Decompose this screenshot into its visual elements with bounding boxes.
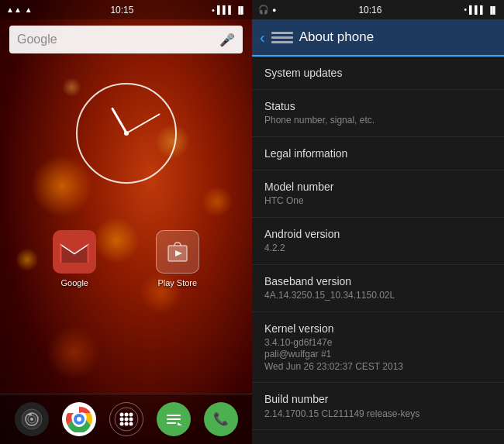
dock-camera-icon[interactable] [15, 402, 49, 436]
settings-item-model[interactable]: Model number HTC One [252, 170, 504, 218]
time-display-left: 10:15 [110, 5, 133, 15]
svg-rect-25 [167, 415, 181, 416]
svg-point-18 [119, 418, 123, 422]
svg-point-23 [129, 422, 133, 426]
menu-line-2 [271, 36, 293, 39]
chrome-svg [66, 406, 92, 432]
svg-rect-26 [167, 418, 181, 420]
svg-point-16 [124, 413, 128, 417]
settings-item-android-title: Android version [264, 227, 492, 241]
notification-icon: ● [272, 6, 276, 14]
wifi-icon: ▲ [25, 5, 33, 14]
svg-rect-27 [167, 422, 176, 424]
svg-rect-1 [60, 244, 62, 263]
playstore-svg [165, 239, 190, 264]
settings-item-android[interactable]: Android version 4.2.2 [252, 218, 504, 265]
settings-item-kernel[interactable]: Kernel version 3.4.10-gd6f147e pali@wulf… [252, 312, 504, 384]
menu-line-3 [271, 41, 293, 43]
wifi-icon-right: ▌▌▌ [469, 5, 485, 14]
settings-item-system-updates[interactable]: System updates [252, 57, 504, 90]
settings-item-baseband[interactable]: Baseband version 4A.14.3250.15_10.34.115… [252, 265, 504, 312]
svg-point-17 [129, 413, 133, 417]
settings-item-model-title: Model number [264, 180, 492, 194]
settings-item-build[interactable]: Build number 2.14.1700.15 CL211149 relea… [252, 383, 504, 430]
settings-item-build-title: Build number [264, 392, 492, 406]
time-display-right: 10:16 [358, 5, 381, 15]
bokeh-7 [47, 325, 101, 380]
google-search-label: Google [17, 33, 57, 46]
minute-hand [126, 113, 160, 134]
back-button[interactable]: ‹ [260, 29, 265, 46]
phone-svg: 📞 [208, 406, 234, 432]
bluetooth-icon-left: • [212, 5, 215, 15]
settings-item-build-subtitle: 2.14.1700.15 CL211149 release-keys [264, 408, 492, 421]
status-bar-left: ▲▲ ▲ 10:15 • ▌▌▌ ▐▌ [0, 0, 252, 19]
svg-point-20 [129, 418, 133, 422]
svg-rect-2 [88, 244, 89, 263]
settings-item-system-updates-title: System updates [264, 66, 492, 80]
status-left-icons: ▲▲ ▲ [6, 5, 33, 14]
playstore-icon-img [156, 230, 199, 274]
status-right-icons-left: • ▌▌▌ ▐▌ [212, 5, 246, 15]
settings-list: System updates Status Phone number, sign… [252, 57, 504, 444]
settings-item-legal-title: Legal information [264, 146, 492, 160]
settings-item-kernel-title: Kernel version [264, 322, 492, 336]
svg-point-21 [119, 422, 123, 426]
bluetooth-icon-right: • [464, 5, 467, 14]
settings-item-status[interactable]: Status Phone number, signal, etc. [252, 90, 504, 137]
google-app-icon[interactable]: Google [53, 230, 96, 287]
battery-icon-left: ▐▌ [236, 6, 246, 14]
signal-icon: ▲▲ [6, 5, 22, 14]
status-right-left-icons: 🎧 ● [258, 5, 276, 15]
settings-item-baseband-title: Baseband version [264, 274, 492, 288]
gmail-svg [60, 241, 89, 263]
google-icon-img [53, 230, 96, 274]
playstore-app-icon[interactable]: Play Store [156, 230, 199, 287]
mic-icon[interactable]: 🎤 [219, 33, 235, 47]
settings-item-legal[interactable]: Legal information [252, 137, 504, 170]
svg-point-22 [124, 422, 128, 426]
settings-item-status-subtitle: Phone number, signal, etc. [264, 115, 492, 127]
app-icons-row: Google Play Store [0, 230, 252, 287]
action-bar: ‹ About phone [252, 19, 504, 57]
menu-line-1 [271, 32, 293, 34]
apps-svg [114, 407, 139, 432]
settings-item-kernel-subtitle: 3.4.10-gd6f147e pali@wulfgar #1 Wed Jun … [264, 337, 492, 373]
hour-hand [110, 107, 126, 133]
headphone-icon: 🎧 [258, 5, 269, 15]
battery-icon-right: ▐▌ [488, 6, 498, 14]
settings-item-model-subtitle: HTC One [264, 195, 492, 208]
svg-point-8 [30, 418, 33, 421]
camera-svg [21, 408, 43, 430]
clock-widget [0, 83, 252, 184]
settings-item-status-title: Status [264, 99, 492, 113]
bokeh-8 [202, 186, 233, 217]
svg-rect-9 [28, 414, 32, 415]
settings-item-baseband-subtitle: 4A.14.3250.15_10.34.1150.02L [264, 290, 492, 302]
left-panel: ▲▲ ▲ 10:15 • ▌▌▌ ▐▌ Google 🎤 [0, 0, 252, 444]
signal-bars-left: ▌▌▌ [217, 5, 233, 14]
dock-chrome-icon[interactable] [62, 402, 96, 436]
status-bar-right: 🎧 ● 10:16 • ▌▌▌ ▐▌ [252, 0, 504, 19]
svg-point-15 [119, 413, 123, 417]
dock-messenger-icon[interactable] [157, 402, 191, 436]
svg-point-19 [124, 418, 128, 422]
actionbar-icon [271, 29, 293, 45]
messenger-svg [161, 406, 187, 432]
dock-apps-icon[interactable] [109, 402, 143, 436]
settings-item-android-subtitle: 4.2.2 [264, 243, 492, 255]
google-search-bar[interactable]: Google 🎤 [9, 26, 243, 53]
playstore-app-label: Play Store [157, 278, 197, 287]
clock-center-dot [124, 131, 129, 136]
svg-text:📞: 📞 [213, 411, 229, 426]
google-app-label: Google [61, 278, 88, 287]
status-right-right-icons: • ▌▌▌ ▐▌ [464, 5, 498, 14]
action-bar-title: About phone [299, 29, 374, 45]
dock-phone-icon[interactable]: 📞 [204, 402, 238, 436]
clock-face [76, 83, 177, 184]
dock: 📞 [0, 394, 252, 444]
right-panel: 🎧 ● 10:16 • ▌▌▌ ▐▌ ‹ About phone System … [252, 0, 504, 444]
svg-point-13 [77, 417, 81, 422]
